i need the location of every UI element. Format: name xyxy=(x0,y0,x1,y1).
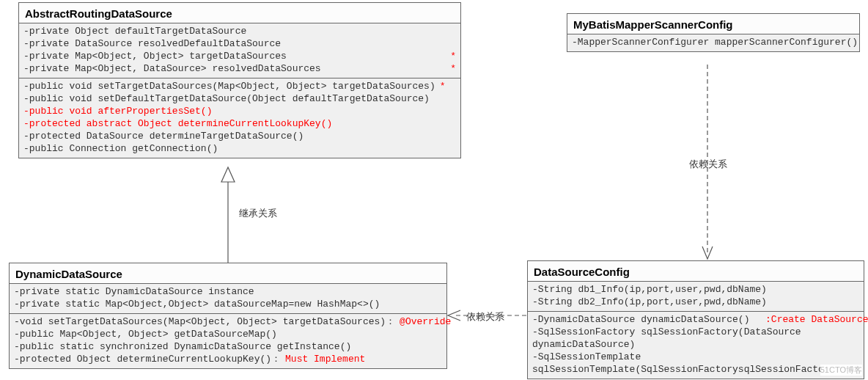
class-title: MyBatisMapperScannerConfig xyxy=(567,14,859,34)
field: -private Map<Object, DataSource> resolve… xyxy=(23,62,456,75)
watermark: 51CTO博客 xyxy=(820,365,862,376)
method: -public Connection getConnection() xyxy=(23,142,456,155)
method: -protected DataSource determineTargetDat… xyxy=(23,130,456,142)
inheritance-label: 继承关系 xyxy=(239,207,277,220)
method: -public void setTargetDataSources(Map<Ob… xyxy=(23,80,456,92)
method: -SqlSessionFactory sqlSessionFactory(Dat… xyxy=(532,326,859,338)
methods-section: -public void setTargetDataSources(Map<Ob… xyxy=(19,78,460,158)
dependency-label: 依赖关系 xyxy=(689,158,727,171)
field: -private DataSource resolvedDefaultDataS… xyxy=(23,37,456,50)
field: -String db1_Info(ip,port,user,pwd,dbName… xyxy=(532,283,859,296)
fields-section: -private Object defaultTargetDataSource … xyxy=(19,23,460,78)
class-abstract-routing-data-source: AbstractRoutingDataSource -private Objec… xyxy=(18,2,461,158)
method: -public Map<Object, Object> getDataSourc… xyxy=(14,328,442,340)
method: -DynamicDataSource dynamicDataSource() :… xyxy=(532,313,859,326)
field: -private static DynamicDataSource instan… xyxy=(14,285,442,298)
method: -protected Object determineCurrentLookup… xyxy=(14,353,442,365)
svg-marker-1 xyxy=(221,167,235,182)
method: dynamicDataSource) xyxy=(532,338,859,351)
class-dynamic-data-source: DynamicDataSource -private static Dynami… xyxy=(9,263,447,369)
method: -public static synchronized DynamicDataS… xyxy=(14,340,442,353)
fields-section: -private static DynamicDataSource instan… xyxy=(10,284,446,314)
field: -String db2_Info(ip,port,user,pwd,dbName… xyxy=(532,296,859,308)
class-title: DynamicDataSource xyxy=(10,263,446,284)
field: -private Map<Object, Object> targetDataS… xyxy=(23,50,456,62)
methods-section: -DynamicDataSource dynamicDataSource() :… xyxy=(528,312,864,379)
method: -MapperScannerConfigurer mapperScannerCo… xyxy=(572,36,855,48)
methods-section: -MapperScannerConfigurer mapperScannerCo… xyxy=(567,34,859,51)
method: -public void setDefaultTargetDataSource(… xyxy=(23,92,456,105)
class-mybatis-mapper-scanner-config: MyBatisMapperScannerConfig -MapperScanne… xyxy=(567,13,860,52)
method: -public void afterPropertiesSet() xyxy=(23,105,456,117)
dependency-label: 依赖关系 xyxy=(466,310,504,324)
field: -private static Map<Object,Object> dataS… xyxy=(14,298,442,310)
method: -SqlSessionTemplate xyxy=(532,351,859,363)
method: -protected abstract Object determineCurr… xyxy=(23,117,456,130)
method: -void setTargetDataSources(Map<Object, O… xyxy=(14,315,442,328)
class-title: AbstractRoutingDataSource xyxy=(19,3,460,23)
fields-section: -String db1_Info(ip,port,user,pwd,dbName… xyxy=(528,282,864,312)
class-title: DataSourceConfig xyxy=(528,261,864,282)
field: -private Object defaultTargetDataSource xyxy=(23,25,456,37)
class-data-source-config: DataSourceConfig -String db1_Info(ip,por… xyxy=(527,260,864,379)
method: sqlSessionTemplate(SqlSessionFactorysqlS… xyxy=(532,363,859,376)
methods-section: -void setTargetDataSources(Map<Object, O… xyxy=(10,314,446,368)
